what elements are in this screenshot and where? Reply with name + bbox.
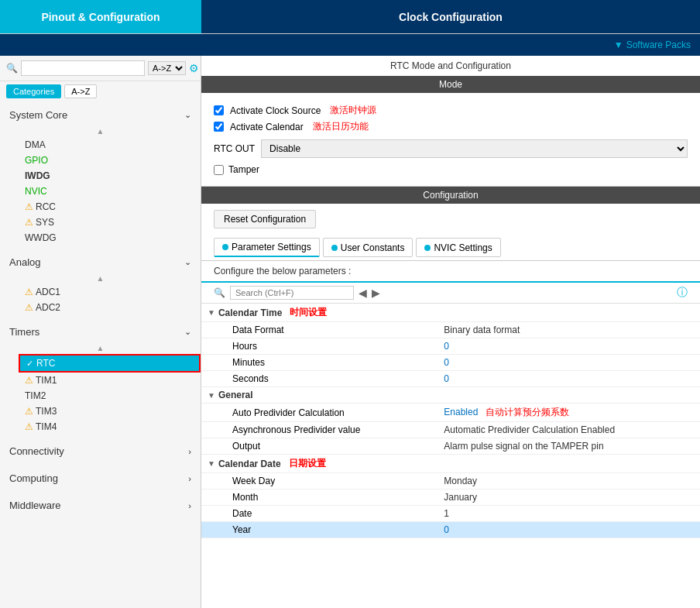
software-packs-arrow: ▼ (614, 40, 623, 50)
item-tim1[interactable]: ⚠TIM1 (19, 373, 201, 388)
category-header-connectivity[interactable]: Connectivity › (0, 441, 201, 462)
activate-clock-row: Activate Clock Source 激活时钟源 (214, 104, 688, 117)
tab-nvic-settings[interactable]: NVIC Settings (416, 238, 500, 257)
tamper-checkbox[interactable] (214, 165, 224, 175)
data-format-label: Data Format (201, 322, 438, 338)
item-sys[interactable]: ⚠SYS (19, 215, 201, 230)
table-row-general[interactable]: ▼ General (201, 387, 700, 404)
table-row-year[interactable]: Year 0 (201, 522, 700, 538)
category-header-middleware[interactable]: Middleware › (0, 495, 201, 516)
scroll-up-system-core[interactable]: ▲ (0, 125, 201, 137)
clock-config-label: Clock Configuration (399, 11, 503, 23)
item-adc1[interactable]: ⚠ADC1 (19, 284, 201, 300)
table-row-hours[interactable]: Hours 0 (201, 338, 700, 355)
table-row-auto-predivider[interactable]: Auto Predivider Calculation Enabled 自动计算… (201, 404, 700, 422)
reset-configuration-button[interactable]: Reset Configuration (214, 210, 316, 228)
table-row-week-day[interactable]: Week Day Monday (201, 473, 700, 489)
software-packs-link[interactable]: ▼ Software Packs (614, 37, 691, 53)
minutes-label: Minutes (201, 355, 438, 371)
rtc-out-select[interactable]: Disable (261, 139, 688, 158)
calendar-time-cn: 时间设置 (290, 306, 327, 319)
tab-az[interactable]: A->Z (64, 84, 97, 98)
calendar-date-cn: 日期设置 (289, 457, 326, 470)
minutes-value: 0 (438, 355, 700, 371)
config-section-header: Configuration (201, 187, 700, 204)
search-icon: 🔍 (6, 63, 18, 74)
table-row-output[interactable]: Output Alarm pulse signal on the TAMPER … (201, 438, 700, 455)
table-row-calendar-date[interactable]: ▼ Calendar Date 日期设置 (201, 455, 700, 473)
expand-icon-calendar-date: ▼ (208, 459, 215, 468)
item-tim4[interactable]: ⚠TIM4 (19, 419, 201, 435)
tab-categories[interactable]: Categories (6, 84, 61, 98)
chevron-down-icon-analog: ⌄ (184, 257, 191, 267)
auto-predivider-cn: 自动计算预分频系数 (486, 407, 569, 417)
activate-clock-cn: 激活时钟源 (330, 104, 376, 117)
search-input[interactable] (21, 60, 145, 76)
next-arrow[interactable]: ▶ (372, 287, 380, 299)
date-label: Date (201, 506, 438, 522)
table-row-data-format[interactable]: Data Format Binary data format (201, 322, 700, 338)
table-row-async-predivider[interactable]: Asynchronous Predivider value Automatic … (201, 422, 700, 438)
calendar-time-label: Calendar Time (218, 307, 282, 318)
calendar-date-label: Calendar Date (218, 459, 281, 469)
item-tim3[interactable]: ⚠TIM3 (19, 404, 201, 419)
seconds-label: Seconds (201, 371, 438, 387)
tab-user-constants[interactable]: User Constants (323, 238, 413, 257)
item-gpio[interactable]: GPIO (19, 153, 201, 168)
hours-label: Hours (201, 338, 438, 355)
config-tabs: Parameter Settings User Constants NVIC S… (201, 235, 700, 261)
rtc-out-label: RTC OUT (214, 143, 255, 154)
chevron-down-icon-timers: ⌄ (184, 327, 191, 337)
user-constants-dot (331, 245, 338, 251)
activate-clock-checkbox[interactable] (214, 105, 224, 115)
week-day-value: Monday (438, 473, 700, 489)
scroll-up-analog[interactable]: ▲ (0, 273, 201, 284)
table-row-month[interactable]: Month January (201, 489, 700, 506)
item-rtc[interactable]: ✓ RTC (19, 354, 201, 373)
az-dropdown[interactable]: A->Z (148, 61, 186, 75)
gear-icon[interactable]: ⚙ (189, 62, 199, 74)
output-label: Output (201, 438, 438, 455)
section-analog: Analog ⌄ ▲ ⚠ADC1 ⚠ADC2 (0, 249, 201, 318)
category-header-analog[interactable]: Analog ⌄ (0, 252, 201, 273)
chevron-right-icon-middleware: › (188, 501, 191, 510)
table-row-calendar-time[interactable]: ▼ Calendar Time 时间设置 (201, 304, 700, 322)
category-header-system-core[interactable]: System Core ⌄ (0, 105, 201, 125)
tab-parameter-settings-label: Parameter Settings (232, 242, 311, 252)
category-label-middleware: Middleware (9, 500, 60, 511)
rtc-mode-title: RTC Mode and Configuration (201, 56, 700, 76)
item-wwdg[interactable]: WWDG (19, 230, 201, 246)
category-header-timers[interactable]: Timers ⌄ (0, 321, 201, 342)
item-tim2[interactable]: TIM2 (19, 388, 201, 404)
category-header-computing[interactable]: Computing › (0, 468, 201, 489)
check-icon: ✓ (26, 359, 33, 369)
scroll-up-timers[interactable]: ▲ (0, 342, 201, 354)
search-bar: 🔍 A->Z ⚙ (0, 56, 201, 81)
search-params-input[interactable] (230, 286, 354, 300)
category-label-timers: Timers (9, 326, 39, 338)
tab-parameter-settings[interactable]: Parameter Settings (214, 238, 320, 257)
prev-arrow[interactable]: ◀ (359, 287, 367, 299)
auto-predivider-value: Enabled 自动计算预分频系数 (438, 404, 700, 422)
output-value: Alarm pulse signal on the TAMPER pin (438, 438, 700, 455)
activate-calendar-checkbox[interactable] (214, 122, 224, 132)
pinout-config-label: Pinout & Configuration (41, 11, 160, 23)
expand-icon-general: ▼ (208, 391, 215, 400)
item-rcc[interactable]: ⚠RCC (19, 199, 201, 215)
item-iwdg[interactable]: IWDG (19, 168, 201, 184)
date-value: 1 (438, 506, 700, 522)
pinout-config-tab[interactable]: Pinout & Configuration (0, 0, 201, 33)
table-row-seconds[interactable]: Seconds 0 (201, 371, 700, 387)
clock-config-tab[interactable]: Clock Configuration (201, 0, 700, 33)
config-section: Configuration Reset Configuration Parame… (201, 187, 700, 538)
item-nvic[interactable]: NVIC (19, 184, 201, 199)
table-row-date[interactable]: Date 1 (201, 506, 700, 522)
item-adc2[interactable]: ⚠ADC2 (19, 300, 201, 315)
mode-section-header: Mode (201, 76, 700, 93)
item-dma[interactable]: DMA (19, 137, 201, 153)
async-predivider-label: Asynchronous Predivider value (201, 422, 438, 438)
params-table: ▼ Calendar Time 时间设置 Data Format Binary … (201, 304, 700, 538)
tamper-label: Tamper (228, 164, 259, 175)
info-icon[interactable]: ⓘ (677, 286, 688, 300)
table-row-minutes[interactable]: Minutes 0 (201, 355, 700, 371)
